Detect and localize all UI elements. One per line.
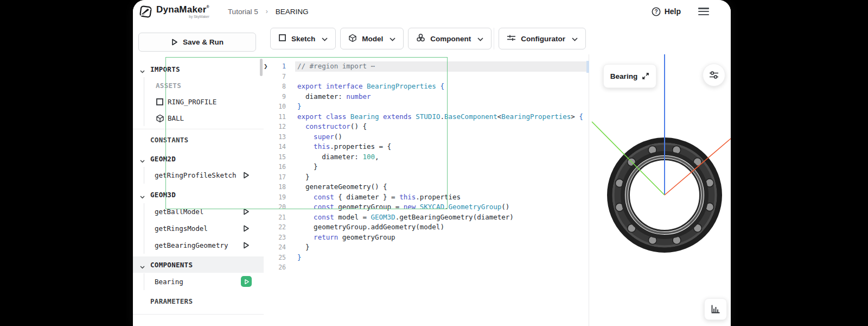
line-number: 20 xyxy=(264,202,286,212)
code-line[interactable]: diameter: 100, xyxy=(297,152,589,162)
toolbar-button-model[interactable]: Model xyxy=(340,28,404,49)
code-line[interactable]: } xyxy=(297,242,589,253)
app-logo[interactable]: DynaMaker® by SkyMaker xyxy=(138,4,209,19)
tree-sublabel: ASSETS xyxy=(156,82,181,90)
code-line[interactable]: super() xyxy=(297,132,589,142)
run-function-button[interactable] xyxy=(242,225,250,234)
tree-item-label: getBallModel xyxy=(155,208,203,216)
line-number: 17 xyxy=(264,172,286,183)
code-line[interactable]: this.properties = { xyxy=(297,142,589,152)
tree-sublabel: CONSTANTS xyxy=(150,136,188,144)
code-line[interactable]: } xyxy=(297,102,589,112)
chevron-down-icon xyxy=(572,35,578,43)
molecule-icon xyxy=(416,33,425,44)
breadcrumb-separator: › xyxy=(266,8,268,15)
expand-arrows-icon xyxy=(642,72,649,80)
sidebar-item-ball[interactable]: BALL xyxy=(133,110,264,126)
code-line[interactable]: diameter: number xyxy=(297,92,589,102)
code-line[interactable]: return geometryGroup xyxy=(297,233,589,243)
code-line[interactable]: constructor() { xyxy=(297,122,589,132)
sidebar-label-parameters[interactable]: PARAMETERS xyxy=(133,293,264,309)
toolbar-button-configurator[interactable]: Configurator xyxy=(499,28,586,49)
3d-viewport[interactable]: Bearing xyxy=(589,54,731,326)
code-line[interactable]: generateGeometry() { xyxy=(297,182,589,192)
code-editor[interactable]: 1❯// #region import ⋯78export interface … xyxy=(264,54,589,326)
sidebar-item-getbearinggeometry[interactable]: getBearingGeometry xyxy=(133,237,264,254)
bearing-3d-canvas[interactable] xyxy=(589,54,731,326)
run-function-button[interactable] xyxy=(242,242,250,250)
code-line[interactable] xyxy=(297,262,589,273)
line-number: 23 xyxy=(264,233,286,243)
sliders-round-icon xyxy=(709,70,719,80)
sidebar-section-imports[interactable]: IMPORTS xyxy=(133,61,264,77)
line-number: 14 xyxy=(264,142,286,152)
line-number: 16 xyxy=(264,162,286,172)
chevron-down-icon xyxy=(322,35,328,43)
save-and-run-button[interactable]: Save & Run xyxy=(138,33,256,52)
sidebar-label-constants[interactable]: CONSTANTS xyxy=(133,131,264,148)
dynamaker-pen-logo-icon xyxy=(138,4,153,19)
cube-icon xyxy=(156,114,164,124)
line-number: 7 xyxy=(264,72,286,82)
code-line[interactable]: } xyxy=(297,253,589,263)
run-function-button[interactable] xyxy=(242,172,250,180)
viewport-chart-button[interactable] xyxy=(704,298,727,320)
chevron-down-icon xyxy=(140,262,145,271)
tree-item-label: getRingsModel xyxy=(155,224,208,233)
chevron-down-icon xyxy=(140,192,145,200)
sidebar-section-components[interactable]: COMPONENTS xyxy=(133,256,264,273)
tree-item-label: BALL xyxy=(168,114,184,122)
run-component-button[interactable] xyxy=(241,276,252,287)
line-number: 24 xyxy=(264,242,286,253)
tree-section-label: GEOM3D xyxy=(150,191,176,199)
code-line[interactable]: export interface BearingProperties { xyxy=(297,82,589,92)
code-line[interactable]: export class Bearing extends STUDIO.Base… xyxy=(297,112,589,122)
tree-item-label: getRingProfileSketch xyxy=(155,171,237,179)
sidebar: Save & Run IMPORTSASSETSRING_PROFILEBALL… xyxy=(133,23,264,326)
tree-item-label: getBearingGeometry xyxy=(155,241,228,249)
sidebar-item-getringsmodel[interactable]: getRingsModel xyxy=(133,220,264,237)
line-number: 25 xyxy=(264,253,286,263)
sidebar-item-getballmodel[interactable]: getBallModel xyxy=(133,203,264,220)
toolbar-button-sketch[interactable]: Sketch xyxy=(270,28,336,49)
code-line[interactable] xyxy=(297,72,589,82)
logo-title: DynaMaker xyxy=(156,4,207,15)
breadcrumb-parent[interactable]: Tutorial 5 xyxy=(228,8,258,16)
sidebar-item-getringprofilesketch[interactable]: getRingProfileSketch xyxy=(133,167,264,184)
code-line[interactable]: } xyxy=(297,172,589,183)
line-number: 21 xyxy=(264,212,286,223)
line-number: 11 xyxy=(264,112,286,122)
viewport-component-name: Bearing xyxy=(610,72,637,80)
save-and-run-label: Save & Run xyxy=(183,38,224,46)
line-number: 13 xyxy=(264,132,286,142)
toolbar-button-label: Configurator xyxy=(521,35,565,43)
tree-section-label: IMPORTS xyxy=(150,65,180,73)
code-line[interactable]: const geometryGroup = new SKYCAD.Geometr… xyxy=(297,202,589,212)
tree-item-label: Bearing xyxy=(155,278,183,286)
code-line[interactable]: } xyxy=(297,162,589,172)
sidebar-section-geom3d[interactable]: GEOM3D xyxy=(133,186,264,203)
sidebar-label-assets[interactable]: ASSETS xyxy=(133,77,264,93)
sidebar-section-geom2d[interactable]: GEOM2D xyxy=(133,151,264,167)
line-number: 15 xyxy=(264,152,286,162)
help-button[interactable]: ? Help xyxy=(652,7,681,16)
viewport-component-label[interactable]: Bearing xyxy=(603,64,656,88)
sidebar-item-ring_profile[interactable]: RING_PROFILE xyxy=(133,93,264,110)
toolbar-button-component[interactable]: Component xyxy=(408,28,492,49)
code-line[interactable]: const model = GEOM3D.getBearingGeometry(… xyxy=(297,212,589,223)
run-function-button[interactable] xyxy=(242,208,250,217)
sidebar-item-bearing[interactable]: Bearing xyxy=(133,273,264,290)
chevron-down-icon xyxy=(140,156,145,165)
bar-chart-icon xyxy=(711,304,720,314)
code-line[interactable]: geometryGroup.addGeometry(model) xyxy=(297,222,589,233)
viewport-settings-button[interactable] xyxy=(703,64,725,86)
top-bar: DynaMaker® by SkyMaker Tutorial 5 › BEAR… xyxy=(133,0,731,23)
line-number: 8 xyxy=(264,82,286,92)
logo-subtitle: by SkyMaker xyxy=(156,15,209,18)
editor-toolbar: SketchModelComponentConfigurator xyxy=(264,23,731,55)
code-line[interactable]: // #region import ⋯ xyxy=(297,61,589,72)
hamburger-menu-icon[interactable] xyxy=(698,8,709,15)
sidebar-scrollbar[interactable] xyxy=(260,59,263,76)
tree-item-label: RING_PROFILE xyxy=(168,98,216,106)
code-line[interactable]: const { diameter } = this.properties xyxy=(297,192,589,203)
